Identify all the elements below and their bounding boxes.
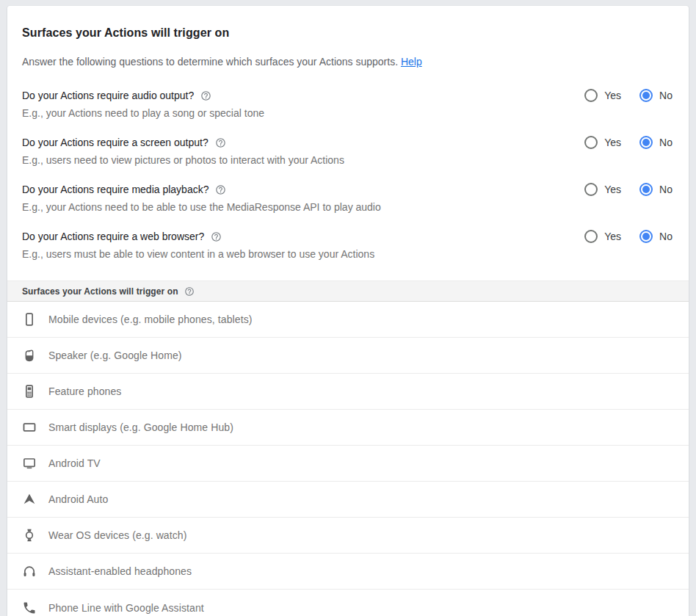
questions-section: Do your Actions require audio output? E.… xyxy=(7,88,689,261)
card-header: Surfaces your Actions will trigger on An… xyxy=(7,6,689,69)
radio-no[interactable] xyxy=(639,89,653,102)
radio-yes-label[interactable]: Yes xyxy=(604,231,621,242)
radio-yes[interactable] xyxy=(584,183,598,196)
surface-row: Feature phones xyxy=(7,374,689,410)
question-hint: E.g., your Actions need to be able to us… xyxy=(22,200,381,214)
surface-label: Mobile devices (e.g. mobile phones, tabl… xyxy=(48,314,253,325)
question-title: Do your Actions require a web browser? xyxy=(22,229,204,244)
wear-os-icon xyxy=(22,528,37,543)
help-icon[interactable] xyxy=(184,286,195,297)
question-hint: E.g., users need to view pictures or pho… xyxy=(22,153,344,167)
android-tv-icon xyxy=(22,456,37,471)
headphones-icon xyxy=(22,564,37,579)
android-auto-icon xyxy=(22,492,37,507)
radio-group: Yes No xyxy=(584,182,673,197)
feature-phone-icon xyxy=(22,384,37,399)
radio-no[interactable] xyxy=(639,183,653,196)
radio-yes[interactable] xyxy=(584,230,598,243)
smartphone-icon xyxy=(22,312,37,327)
radio-no[interactable] xyxy=(639,136,653,149)
radio-group: Yes No xyxy=(584,88,673,103)
surface-row: Smart displays (e.g. Google Home Hub) xyxy=(7,410,689,446)
surfaces-header-title: Surfaces your Actions will trigger on xyxy=(22,286,178,297)
surface-label: Phone Line with Google Assistant xyxy=(48,602,204,614)
surface-row: Speaker (e.g. Google Home) xyxy=(7,338,689,374)
smart-display-icon xyxy=(22,420,37,435)
radio-group: Yes No xyxy=(584,135,673,150)
radio-group: Yes No xyxy=(584,229,673,244)
radio-no-label[interactable]: No xyxy=(659,90,673,101)
radio-no[interactable] xyxy=(639,230,653,243)
question-row: Do your Actions require media playback? … xyxy=(7,182,689,214)
surface-label: Wear OS devices (e.g. watch) xyxy=(48,529,187,541)
intro-sentence: Answer the following questions to determ… xyxy=(22,56,398,68)
radio-no-label[interactable]: No xyxy=(659,231,673,242)
surface-label: Assistant-enabled headphones xyxy=(48,565,192,577)
question-hint: E.g., your Actions need to play a song o… xyxy=(22,106,264,120)
question-row: Do your Actions require a screen output?… xyxy=(7,135,689,167)
surfaces-settings-card: Surfaces your Actions will trigger on An… xyxy=(7,6,689,616)
question-text-block: Do your Actions require a screen output?… xyxy=(22,135,344,167)
intro-text: Answer the following questions to determ… xyxy=(22,54,674,69)
question-title: Do your Actions require media playback? xyxy=(22,182,209,197)
question-text-block: Do your Actions require a web browser? E… xyxy=(22,229,374,261)
question-title: Do your Actions require audio output? xyxy=(22,88,194,103)
surface-row: Phone Line with Google Assistant xyxy=(7,590,689,616)
radio-no-label[interactable]: No xyxy=(659,137,673,148)
help-link[interactable]: Help xyxy=(401,56,422,68)
surface-label: Smart displays (e.g. Google Home Hub) xyxy=(48,421,233,433)
surface-row: Assistant-enabled headphones xyxy=(7,554,689,590)
question-hint: E.g., users must be able to view content… xyxy=(22,247,374,261)
question-text-block: Do your Actions require audio output? E.… xyxy=(22,88,264,120)
help-icon[interactable] xyxy=(200,90,211,101)
question-text-block: Do your Actions require media playback? … xyxy=(22,182,381,214)
surfaces-header-bar: Surfaces your Actions will trigger on xyxy=(7,280,689,302)
radio-no-label[interactable]: No xyxy=(659,184,673,195)
phone-line-icon xyxy=(22,601,37,615)
surface-label: Speaker (e.g. Google Home) xyxy=(48,349,182,361)
surface-list: Mobile devices (e.g. mobile phones, tabl… xyxy=(7,302,689,616)
radio-yes-label[interactable]: Yes xyxy=(604,137,621,148)
page-title: Surfaces your Actions will trigger on xyxy=(22,26,674,40)
surface-row: Android TV xyxy=(7,446,689,482)
radio-yes[interactable] xyxy=(584,136,598,149)
surface-label: Feature phones xyxy=(48,385,121,397)
help-icon[interactable] xyxy=(215,137,226,148)
question-row: Do your Actions require a web browser? E… xyxy=(7,229,689,261)
speaker-icon xyxy=(22,348,37,363)
question-title: Do your Actions require a screen output? xyxy=(22,135,209,150)
surface-row: Android Auto xyxy=(7,482,689,518)
help-icon[interactable] xyxy=(211,231,222,242)
help-icon[interactable] xyxy=(215,184,226,195)
surface-row: Wear OS devices (e.g. watch) xyxy=(7,518,689,554)
radio-yes[interactable] xyxy=(584,89,598,102)
surface-row: Mobile devices (e.g. mobile phones, tabl… xyxy=(7,302,689,338)
radio-yes-label[interactable]: Yes xyxy=(604,90,621,101)
surface-label: Android Auto xyxy=(48,493,108,505)
question-row: Do your Actions require audio output? E.… xyxy=(7,88,689,120)
radio-yes-label[interactable]: Yes xyxy=(604,184,621,195)
surface-label: Android TV xyxy=(48,457,101,469)
